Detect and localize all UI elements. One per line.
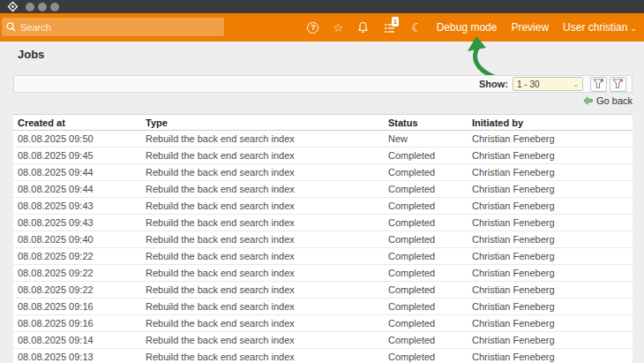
search-box[interactable]	[2, 18, 224, 36]
cell-initiated-by: Christian Feneberg	[472, 284, 633, 295]
cell-initiated-by: Christian Feneberg	[472, 217, 633, 228]
search-input[interactable]	[16, 22, 224, 33]
cell-type: Rebuild the back end search index	[146, 268, 388, 278]
cell-status: Completed	[388, 167, 472, 178]
apply-filter-button[interactable]	[590, 77, 607, 92]
go-back-link[interactable]: Go back	[583, 95, 633, 106]
user-menu[interactable]: User christian⌄	[563, 21, 637, 34]
cell-status: Completed	[388, 335, 472, 345]
cell-type: Rebuild the back end search index	[146, 150, 388, 161]
table-row: 08.08.2025 09:22 Rebuild the back end se…	[13, 248, 633, 265]
cell-initiated-by: Christian Feneberg	[472, 200, 633, 211]
cell-initiated-by: Christian Feneberg	[472, 352, 633, 362]
cell-created-at: 08.08.2025 09:44	[13, 184, 146, 194]
cell-type: Rebuild the back end search index	[146, 200, 388, 211]
help-icon[interactable]: ?	[307, 22, 318, 34]
back-arrow-icon	[583, 96, 593, 105]
cell-created-at: 08.08.2025 09:16	[13, 301, 146, 312]
cell-initiated-by: Christian Feneberg	[472, 234, 633, 245]
cell-initiated-by: Christian Feneberg	[472, 251, 633, 261]
user-menu-label: User christian	[563, 21, 627, 34]
cell-status: Completed	[388, 268, 472, 278]
table-row: 08.08.2025 09:44 Rebuild the back end se…	[13, 164, 633, 181]
table-row: 08.08.2025 09:16 Rebuild the back end se…	[13, 299, 633, 315]
table-command-strip: Show: 1 - 30 ⌄	[13, 75, 633, 93]
jobs-table: Created at Type Status Initiated by 08.0…	[13, 114, 633, 363]
window-dot-icon	[38, 3, 47, 11]
reset-filter-button[interactable]	[610, 77, 626, 92]
table-row: 08.08.2025 09:14 Rebuild the back end se…	[13, 332, 633, 349]
filter-funnel-green-icon	[593, 79, 604, 89]
column-header-created-at[interactable]: Created at	[13, 117, 146, 128]
background-tasks-icon[interactable]: 1	[383, 20, 397, 34]
cell-type: Rebuild the back end search index	[146, 251, 388, 261]
cell-type: Rebuild the back end search index	[146, 167, 388, 178]
cell-created-at: 08.08.2025 09:50	[13, 133, 146, 144]
moon-icon[interactable]: ☾	[411, 21, 423, 34]
cell-created-at: 08.08.2025 09:14	[13, 335, 146, 345]
preview-link[interactable]: Preview	[511, 21, 549, 34]
cell-created-at: 08.08.2025 09:22	[13, 251, 146, 261]
chevron-down-icon: ⌄	[630, 24, 637, 33]
cell-type: Rebuild the back end search index	[146, 284, 388, 295]
table-row: 08.08.2025 09:16 Rebuild the back end se…	[13, 315, 633, 332]
rows-per-page-value: 1 - 30	[517, 79, 540, 89]
cell-type: Rebuild the back end search index	[146, 217, 388, 228]
window-dot-icon	[50, 3, 59, 11]
cell-type: Rebuild the back end search index	[146, 133, 388, 144]
cell-initiated-by: Christian Feneberg	[472, 133, 633, 144]
cell-status: Completed	[388, 200, 472, 211]
cell-initiated-by: Christian Feneberg	[472, 184, 633, 194]
cell-status: Completed	[388, 352, 472, 362]
column-header-status[interactable]: Status	[388, 117, 472, 128]
main-header: ? ☆ 1 ☾ Debug mode	[0, 13, 644, 42]
cell-initiated-by: Christian Feneberg	[472, 167, 633, 178]
cell-created-at: 08.08.2025 09:44	[13, 167, 146, 178]
window-titlebar	[0, 0, 644, 13]
table-row: 08.08.2025 09:44 Rebuild the back end se…	[13, 181, 633, 198]
cell-status: Completed	[388, 184, 472, 194]
cell-initiated-by: Christian Feneberg	[472, 301, 633, 312]
cell-status: Completed	[388, 284, 472, 295]
search-icon	[6, 22, 16, 32]
cell-type: Rebuild the back end search index	[146, 352, 388, 362]
cell-created-at: 08.08.2025 09:43	[13, 200, 146, 211]
star-icon[interactable]: ☆	[333, 22, 343, 34]
cell-created-at: 08.08.2025 09:45	[13, 150, 146, 161]
rows-per-page-select[interactable]: 1 - 30 ⌄	[513, 77, 583, 91]
filter-funnel-red-icon	[612, 79, 624, 89]
cell-created-at: 08.08.2025 09:40	[13, 234, 146, 245]
table-body: 08.08.2025 09:50 Rebuild the back end se…	[13, 131, 633, 363]
cell-status: Completed	[388, 234, 472, 245]
cell-created-at: 08.08.2025 09:22	[13, 268, 146, 278]
table-header-row: Created at Type Status Initiated by	[13, 115, 633, 131]
cell-type: Rebuild the back end search index	[146, 318, 388, 329]
diamond-logo-icon	[7, 1, 19, 12]
table-row: 08.08.2025 09:22 Rebuild the back end se…	[13, 265, 633, 282]
column-header-type[interactable]: Type	[146, 117, 388, 128]
table-row: 08.08.2025 09:22 Rebuild the back end se…	[13, 282, 633, 299]
show-label: Show:	[479, 79, 508, 89]
cell-created-at: 08.08.2025 09:13	[13, 352, 146, 362]
table-row: 08.08.2025 09:40 Rebuild the back end se…	[13, 231, 633, 248]
go-back-label: Go back	[596, 95, 633, 106]
table-row: 08.08.2025 09:43 Rebuild the back end se…	[13, 215, 633, 231]
cell-created-at: 08.08.2025 09:16	[13, 318, 146, 329]
page-title: Jobs	[18, 48, 44, 61]
cell-status: Completed	[388, 251, 472, 261]
cell-type: Rebuild the back end search index	[146, 301, 388, 312]
chevron-down-icon: ⌄	[573, 80, 579, 88]
cell-type: Rebuild the back end search index	[146, 184, 388, 194]
cell-initiated-by: Christian Feneberg	[472, 335, 633, 345]
cell-status: Completed	[388, 150, 472, 161]
cell-status: Completed	[388, 301, 472, 312]
cell-type: Rebuild the back end search index	[146, 234, 388, 245]
column-header-initiated-by[interactable]: Initiated by	[472, 117, 633, 128]
bell-icon[interactable]	[357, 21, 369, 34]
app-window: ? ☆ 1 ☾ Debug mode	[0, 0, 644, 363]
table-row: 08.08.2025 09:50 Rebuild the back end se…	[13, 131, 633, 147]
window-dot-icon	[26, 3, 34, 11]
cell-status: Completed	[388, 217, 472, 228]
cell-created-at: 08.08.2025 09:43	[13, 217, 146, 228]
debug-mode-link[interactable]: Debug mode	[437, 21, 498, 34]
